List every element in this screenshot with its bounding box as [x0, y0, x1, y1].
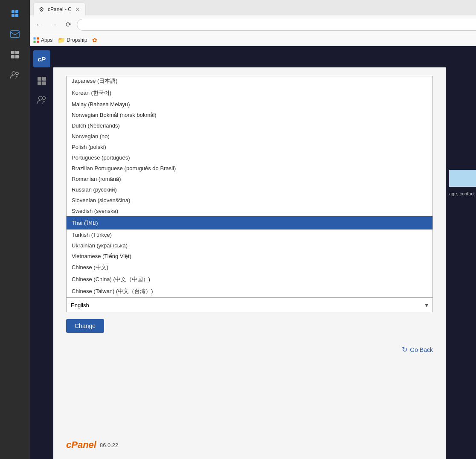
language-option-japanese[interactable]: Japanese (日本語) [67, 76, 432, 87]
svg-rect-12 [37, 37, 39, 39]
go-back-icon: ↻ [402, 346, 407, 354]
svg-rect-0 [12, 10, 15, 13]
bookmark-extra-icon: ✿ [92, 37, 97, 44]
go-back-label: Go Back [410, 346, 433, 353]
language-option-thai[interactable]: Thai (ไทย) [67, 216, 432, 230]
active-tab[interactable]: ⚙ cPanel - C ✕ [33, 3, 86, 15]
svg-point-10 [16, 72, 18, 75]
browser-sidebar [0, 0, 30, 459]
svg-rect-7 [11, 55, 15, 58]
svg-rect-17 [38, 81, 41, 85]
main-area: ⚙ cPanel - C ✕ ← → ⟳ Apps 📁 Dropship ✿ [30, 0, 476, 459]
svg-point-9 [12, 72, 15, 75]
language-option-russian[interactable]: Russian (русский) [67, 184, 432, 195]
right-panel-highlight [449, 170, 476, 187]
svg-rect-2 [12, 14, 15, 17]
language-option-chinese_china[interactable]: Chinese (China) (中文（中国）) [67, 273, 432, 285]
language-option-chinese[interactable]: Chinese (中文) [67, 261, 432, 273]
language-select-wrapper: English ▼ [66, 298, 433, 312]
cpanel-version: 86.0.22 [100, 442, 118, 448]
bookmark-apps[interactable]: Apps [33, 37, 52, 43]
page-main: Italian (italiano)Japanese (日本語)Korean (… [53, 67, 446, 459]
right-panel: age, contact your cPa [446, 46, 476, 459]
language-option-brazilian_portuguese[interactable]: Brazilian Portuguese (português do Brasi… [67, 163, 432, 174]
svg-rect-6 [15, 51, 19, 54]
language-option-portuguese[interactable]: Portuguese (português) [67, 152, 432, 163]
language-option-vietnamese[interactable]: Vietnamese (Tiếng Việt) [67, 251, 432, 261]
language-option-romanian[interactable]: Romanian (română) [67, 174, 432, 184]
tab-bar: ⚙ cPanel - C ✕ [30, 0, 476, 15]
cpanel-brand: cPanel [66, 439, 96, 450]
svg-rect-5 [11, 51, 15, 54]
svg-rect-3 [15, 14, 18, 17]
language-listbox[interactable]: Italian (italiano)Japanese (日本語)Korean (… [66, 76, 433, 298]
language-section: Italian (italiano)Japanese (日本語)Korean (… [66, 76, 433, 354]
language-option-swedish[interactable]: Swedish (svenska) [67, 206, 432, 216]
svg-rect-14 [37, 41, 39, 43]
language-select[interactable]: English [66, 298, 433, 312]
bookmark-dropship-label: Dropship [67, 37, 87, 43]
cpanel-nav-users[interactable] [33, 91, 50, 108]
language-option-ukrainian[interactable]: Ukrainian (українська) [67, 240, 432, 251]
cpanel-logo[interactable]: cP [33, 50, 50, 67]
address-bar[interactable] [77, 19, 476, 31]
bookmark-dropship[interactable]: 📁 Dropship [58, 37, 87, 44]
cpanel-nav-grid[interactable] [33, 73, 50, 90]
go-back-link[interactable]: ↻ Go Back [66, 346, 433, 354]
language-option-norwegian_bokmal[interactable]: Norwegian Bokmål (norsk bokmål) [67, 110, 432, 120]
language-option-korean[interactable]: Korean (한국어) [67, 87, 432, 99]
language-option-polish[interactable]: Polish (polski) [67, 142, 432, 152]
tab-title: cPanel - C [48, 6, 72, 12]
svg-rect-1 [15, 10, 18, 13]
back-button[interactable]: ← [33, 19, 45, 31]
bookmark-apps-label: Apps [41, 37, 52, 43]
language-option-slovenian[interactable]: Slovenian (slovenščina) [67, 195, 432, 206]
tab-close-button[interactable]: ✕ [75, 6, 80, 13]
language-option-norwegian[interactable]: Norwegian (no) [67, 131, 432, 142]
sidebar-mail-icon[interactable] [6, 26, 23, 43]
right-panel-text: age, contact your cPa [449, 191, 476, 196]
language-option-turkish[interactable]: Turkish (Türkçe) [67, 230, 432, 240]
svg-rect-4 [11, 31, 19, 38]
bookmarks-bar: Apps 📁 Dropship ✿ [30, 34, 476, 46]
cpanel-sidebar: cP [30, 46, 53, 459]
svg-rect-15 [38, 77, 41, 81]
sidebar-users-icon[interactable] [6, 67, 23, 84]
svg-rect-18 [42, 81, 46, 85]
sidebar-grid-icon[interactable] [6, 46, 23, 63]
svg-point-19 [38, 96, 42, 100]
svg-rect-11 [34, 37, 36, 39]
change-button[interactable]: Change [66, 319, 104, 333]
svg-point-20 [42, 97, 45, 100]
bookmark-extra[interactable]: ✿ [92, 37, 97, 44]
sidebar-apps-icon[interactable] [6, 5, 23, 22]
language-option-chinese_taiwan[interactable]: Chinese (Taiwan) (中文（台湾）) [67, 285, 432, 297]
tab-favicon: ⚙ [39, 6, 44, 13]
svg-rect-16 [42, 77, 46, 81]
svg-rect-13 [34, 41, 36, 43]
cpanel-footer: cPanel 86.0.22 [66, 439, 118, 450]
cpanel-header [53, 46, 446, 67]
forward-button[interactable]: → [48, 19, 60, 31]
bookmark-dropship-icon: 📁 [58, 37, 65, 44]
language-option-malay[interactable]: Malay (Bahasa Melayu) [67, 99, 432, 110]
reload-button[interactable]: ⟳ [62, 19, 74, 31]
language-option-dutch[interactable]: Dutch (Nederlands) [67, 120, 432, 131]
page-content: cP [30, 46, 476, 459]
svg-rect-8 [15, 55, 19, 58]
browser-topbar: ← → ⟳ [30, 15, 476, 34]
